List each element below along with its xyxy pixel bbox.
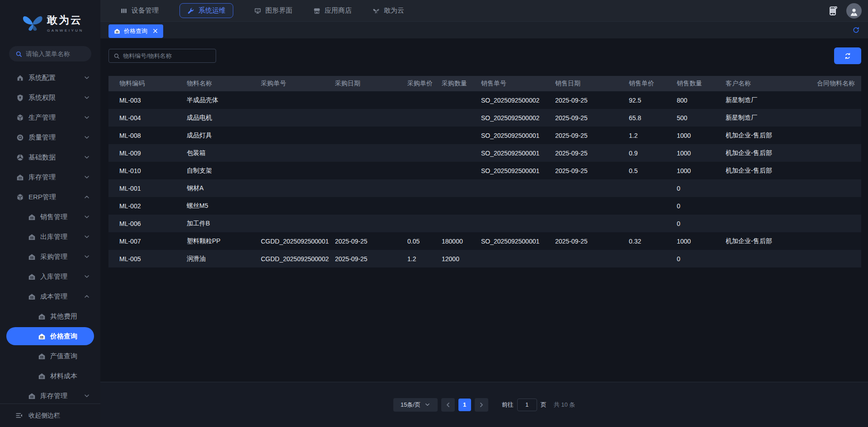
sidebar-item-price-query[interactable]: 价格查询	[6, 327, 94, 345]
page-number-button[interactable]: 1	[458, 399, 471, 411]
table-row[interactable]: ML-004成品电机SO_20250925000022025-09-2565.8…	[108, 109, 861, 127]
sidebar-item-label: 基础数据	[28, 153, 56, 162]
nav-item-app-store[interactable]: 应用商店	[313, 6, 352, 15]
butterfly-logo-icon	[21, 11, 44, 34]
material-search	[108, 49, 216, 63]
cell-sales_price: 0.32	[629, 238, 677, 245]
table-row[interactable]: ML-006加工件B0	[108, 215, 861, 232]
cell-sales_date: 2025-09-25	[555, 150, 629, 157]
wrench-icon	[187, 7, 194, 14]
main-area: 设备管理 系统运维 图形界面 应用商店 敢为云 价格查询	[100, 0, 868, 427]
refresh-icon	[844, 52, 851, 60]
sidebar-item-label: 其他费用	[50, 312, 77, 321]
refresh-table-button[interactable]	[834, 47, 861, 64]
warehouse-icon	[38, 333, 46, 340]
sidebar-search-input[interactable]	[26, 50, 85, 57]
material-search-input[interactable]	[123, 52, 216, 59]
cell-material_name: 塑料颗粒PP	[187, 237, 261, 245]
warehouse-icon	[38, 372, 46, 380]
column-header-purchase_price: 采购单价	[407, 80, 442, 88]
cell-sales_order: SO_2025092500002	[481, 97, 555, 104]
page-size-select[interactable]: 15条/页	[393, 398, 438, 412]
table-row[interactable]: ML-010自制支架SO_20250925000012025-09-250.51…	[108, 162, 861, 179]
tab-price-query[interactable]: 价格查询	[108, 24, 163, 38]
page-size-value: 15条/页	[401, 401, 420, 409]
nav-item-device-management[interactable]: 设备管理	[120, 6, 159, 15]
close-tab-icon[interactable]	[153, 28, 158, 33]
sidebar-item-purchase-management[interactable]: 采购管理	[6, 248, 94, 266]
cell-sales_qty: 500	[677, 114, 726, 122]
nav-item-system-ops[interactable]: 系统运维	[179, 3, 233, 18]
cell-sales_date: 2025-09-25	[555, 97, 629, 104]
collapse-sidebar-button[interactable]: 收起侧边栏	[0, 404, 100, 427]
next-page-button[interactable]	[475, 398, 488, 412]
sidebar-item-outbound-management[interactable]: 出库管理	[6, 228, 94, 246]
collapse-sidebar-icon	[15, 412, 23, 419]
cell-sales_qty: 0	[677, 220, 726, 227]
cell-sales_date: 2025-09-25	[555, 114, 629, 122]
store-icon	[313, 7, 321, 14]
chevron-down-icon	[84, 115, 90, 120]
sidebar-item-output-value-query[interactable]: 产值查询	[6, 347, 94, 365]
table-row[interactable]: ML-005润滑油CGDD_20250925000022025-09-251.2…	[108, 250, 861, 267]
sidebar-menu: 系统配置 系统权限 生产管理 质量管理 基础数据 库存管理 ERP管理 销售管理…	[0, 69, 100, 404]
nav-item-label: 设备管理	[132, 6, 159, 15]
sidebar-item-inventory-management[interactable]: 库存管理	[6, 168, 94, 186]
table-row[interactable]: ML-001钢材A0	[108, 179, 861, 197]
table-row[interactable]: ML-009包装箱SO_20250925000012025-09-250.910…	[108, 144, 861, 162]
brand-subtitle: GANWEIYUN	[47, 28, 84, 33]
nav-item-label: 敢为云	[384, 6, 404, 15]
mobile-device-icon[interactable]	[827, 5, 838, 16]
table-row[interactable]: ML-002螺丝M50	[108, 197, 861, 215]
cell-sales_qty: 1000	[677, 167, 726, 174]
column-header-sales_price: 销售单价	[629, 80, 677, 88]
cube-icon	[16, 193, 24, 201]
sidebar-item-cost-management[interactable]: 成本管理	[6, 287, 94, 305]
chevron-down-icon	[84, 274, 90, 279]
cell-sales_qty: 1000	[677, 150, 726, 157]
sidebar-item-system-permission[interactable]: 系统权限	[6, 89, 94, 107]
tab-label: 价格查询	[124, 27, 147, 35]
prev-page-button[interactable]	[441, 398, 455, 412]
nav-item-ganweiyun[interactable]: 敢为云	[373, 6, 404, 15]
sidebar-item-label: 成本管理	[40, 292, 67, 301]
sidebar-item-system-config[interactable]: 系统配置	[6, 69, 94, 87]
nav-item-graphic-interface[interactable]: 图形界面	[254, 6, 292, 15]
table-row[interactable]: ML-007塑料颗粒PPCGDD_20250925000012025-09-25…	[108, 232, 861, 250]
cell-customer_name: 机加企业-售后部	[726, 149, 807, 157]
cell-customer_name: 机加企业-售后部	[726, 167, 807, 175]
search-icon	[113, 53, 120, 59]
sidebar-item-label: 销售管理	[40, 213, 67, 221]
goto-page-input[interactable]	[517, 399, 537, 411]
table-row[interactable]: ML-003半成品壳体SO_20250925000022025-09-2592.…	[108, 91, 861, 109]
sidebar-item-other-expenses[interactable]: 其他费用	[6, 307, 94, 325]
avatar[interactable]	[846, 3, 862, 19]
sidebar-item-production-management[interactable]: 生产管理	[6, 108, 94, 127]
sidebar-item-quality-management[interactable]: 质量管理	[6, 128, 94, 146]
sidebar-item-inbound-management[interactable]: 入库管理	[6, 267, 94, 286]
shield-icon	[16, 94, 24, 102]
chevron-down-icon	[425, 402, 430, 407]
chevron-down-icon	[84, 174, 90, 180]
sidebar-item-warehouse-management[interactable]: 库存管理	[6, 387, 94, 404]
warehouse-icon	[28, 293, 36, 300]
table-row[interactable]: ML-008成品灯具SO_20250925000012025-09-251.21…	[108, 127, 861, 144]
sidebar-item-erp-management[interactable]: ERP管理	[6, 188, 94, 206]
sidebar-item-label: 采购管理	[40, 253, 67, 261]
sidebar-item-material-cost[interactable]: 材料成本	[6, 367, 94, 385]
chevron-down-icon	[84, 234, 90, 239]
pagination-bar: 15条/页 1 前往 页 共 10 条	[100, 382, 868, 427]
nav-item-label: 图形界面	[265, 6, 292, 15]
cell-sales_order: SO_2025092500002	[481, 114, 555, 122]
cell-sales_order: SO_2025092500001	[481, 150, 555, 157]
sidebar-item-label: ERP管理	[28, 193, 56, 202]
cell-purchase_date: 2025-09-25	[335, 255, 407, 263]
sidebar-item-basic-data[interactable]: 基础数据	[6, 148, 94, 166]
column-header-material_name: 物料名称	[187, 80, 261, 88]
chevron-down-icon	[84, 254, 90, 259]
refresh-page-icon[interactable]	[852, 26, 860, 34]
cell-customer_name: 新星制造厂	[726, 96, 807, 104]
cell-material_code: ML-007	[108, 238, 187, 245]
sidebar-item-sales-management[interactable]: 销售管理	[6, 208, 94, 226]
warehouse-icon	[16, 174, 24, 181]
